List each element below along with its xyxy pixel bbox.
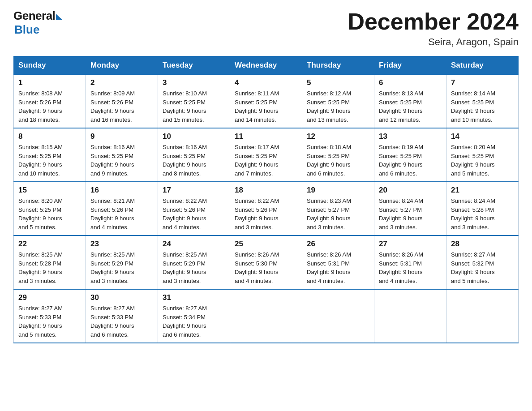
calendar-cell — [374, 289, 446, 343]
day-number: 31 — [163, 293, 225, 302]
day-info: Sunrise: 8:26 AM Sunset: 5:30 PM Dayligh… — [235, 250, 297, 285]
day-info: Sunrise: 8:24 AM Sunset: 5:28 PM Dayligh… — [451, 197, 514, 231]
day-number: 20 — [379, 186, 442, 195]
day-info: Sunrise: 8:17 AM Sunset: 5:25 PM Dayligh… — [235, 143, 297, 178]
col-wednesday: Wednesday — [230, 56, 302, 75]
calendar-cell: 26 Sunrise: 8:26 AM Sunset: 5:31 PM Dayl… — [302, 235, 374, 289]
calendar-cell — [302, 289, 374, 343]
day-info: Sunrise: 8:24 AM Sunset: 5:27 PM Dayligh… — [379, 197, 442, 231]
day-info: Sunrise: 8:08 AM Sunset: 5:26 PM Dayligh… — [18, 89, 81, 124]
calendar-cell: 31 Sunrise: 8:27 AM Sunset: 5:34 PM Dayl… — [158, 289, 230, 343]
logo: General Blue — [13, 9, 62, 37]
day-number: 27 — [379, 240, 442, 248]
day-number: 30 — [90, 293, 153, 302]
calendar-cell: 25 Sunrise: 8:26 AM Sunset: 5:30 PM Dayl… — [230, 235, 302, 289]
calendar-header-row: Sunday Monday Tuesday Wednesday Thursday… — [14, 56, 519, 75]
day-number: 28 — [451, 240, 514, 248]
day-info: Sunrise: 8:26 AM Sunset: 5:31 PM Dayligh… — [307, 250, 369, 285]
calendar-week-row-1: 1 Sunrise: 8:08 AM Sunset: 5:26 PM Dayli… — [14, 75, 519, 128]
day-number: 9 — [90, 132, 153, 141]
day-number: 14 — [451, 132, 514, 141]
day-info: Sunrise: 8:20 AM Sunset: 5:25 PM Dayligh… — [18, 197, 81, 231]
calendar-cell: 4 Sunrise: 8:11 AM Sunset: 5:25 PM Dayli… — [230, 75, 302, 128]
day-info: Sunrise: 8:12 AM Sunset: 5:25 PM Dayligh… — [307, 89, 369, 124]
day-info: Sunrise: 8:16 AM Sunset: 5:25 PM Dayligh… — [90, 143, 153, 178]
calendar-cell: 20 Sunrise: 8:24 AM Sunset: 5:27 PM Dayl… — [374, 182, 446, 235]
calendar-cell: 11 Sunrise: 8:17 AM Sunset: 5:25 PM Dayl… — [230, 128, 302, 182]
day-info: Sunrise: 8:14 AM Sunset: 5:25 PM Dayligh… — [451, 89, 514, 124]
day-info: Sunrise: 8:09 AM Sunset: 5:26 PM Dayligh… — [90, 89, 153, 124]
calendar-week-row-2: 8 Sunrise: 8:15 AM Sunset: 5:25 PM Dayli… — [14, 128, 519, 182]
day-number: 16 — [90, 186, 153, 195]
calendar-cell: 7 Sunrise: 8:14 AM Sunset: 5:25 PM Dayli… — [446, 75, 519, 128]
calendar-cell: 10 Sunrise: 8:16 AM Sunset: 5:25 PM Dayl… — [158, 128, 230, 182]
day-number: 22 — [18, 240, 81, 248]
day-number: 19 — [307, 186, 369, 195]
day-info: Sunrise: 8:26 AM Sunset: 5:31 PM Dayligh… — [379, 250, 442, 285]
calendar-cell: 30 Sunrise: 8:27 AM Sunset: 5:33 PM Dayl… — [86, 289, 158, 343]
day-number: 1 — [18, 78, 81, 87]
day-number: 8 — [18, 132, 81, 141]
calendar-cell: 14 Sunrise: 8:20 AM Sunset: 5:25 PM Dayl… — [446, 128, 519, 182]
day-info: Sunrise: 8:19 AM Sunset: 5:25 PM Dayligh… — [379, 143, 442, 178]
day-number: 21 — [451, 186, 514, 195]
day-number: 17 — [163, 186, 225, 195]
calendar-cell: 23 Sunrise: 8:25 AM Sunset: 5:29 PM Dayl… — [86, 235, 158, 289]
calendar-cell: 2 Sunrise: 8:09 AM Sunset: 5:26 PM Dayli… — [86, 75, 158, 128]
day-number: 3 — [163, 78, 225, 87]
col-saturday: Saturday — [446, 56, 519, 75]
calendar-cell: 8 Sunrise: 8:15 AM Sunset: 5:25 PM Dayli… — [14, 128, 86, 182]
day-number: 10 — [163, 132, 225, 141]
day-number: 7 — [451, 78, 514, 87]
day-info: Sunrise: 8:20 AM Sunset: 5:25 PM Dayligh… — [451, 143, 514, 178]
day-info: Sunrise: 8:27 AM Sunset: 5:34 PM Dayligh… — [163, 304, 225, 339]
day-number: 6 — [379, 78, 442, 87]
col-thursday: Thursday — [302, 56, 374, 75]
calendar-cell: 5 Sunrise: 8:12 AM Sunset: 5:25 PM Dayli… — [302, 75, 374, 128]
logo-general-text: General — [13, 9, 55, 23]
calendar-cell: 18 Sunrise: 8:22 AM Sunset: 5:26 PM Dayl… — [230, 182, 302, 235]
day-number: 12 — [307, 132, 369, 141]
day-info: Sunrise: 8:25 AM Sunset: 5:29 PM Dayligh… — [163, 250, 225, 285]
day-info: Sunrise: 8:21 AM Sunset: 5:26 PM Dayligh… — [90, 197, 153, 231]
location-text: Seira, Aragon, Spain — [348, 36, 519, 48]
day-number: 5 — [307, 78, 369, 87]
page-header: General Blue December 2024 Seira, Aragon… — [13, 9, 519, 48]
calendar-cell: 17 Sunrise: 8:22 AM Sunset: 5:26 PM Dayl… — [158, 182, 230, 235]
day-number: 18 — [235, 186, 297, 195]
day-info: Sunrise: 8:23 AM Sunset: 5:27 PM Dayligh… — [307, 197, 369, 231]
calendar-cell: 1 Sunrise: 8:08 AM Sunset: 5:26 PM Dayli… — [14, 75, 86, 128]
col-sunday: Sunday — [14, 56, 86, 75]
day-info: Sunrise: 8:22 AM Sunset: 5:26 PM Dayligh… — [163, 197, 225, 231]
calendar-week-row-3: 15 Sunrise: 8:20 AM Sunset: 5:25 PM Dayl… — [14, 182, 519, 235]
day-number: 15 — [18, 186, 81, 195]
calendar-cell: 21 Sunrise: 8:24 AM Sunset: 5:28 PM Dayl… — [446, 182, 519, 235]
calendar-table: Sunday Monday Tuesday Wednesday Thursday… — [13, 56, 519, 343]
logo-arrow-icon — [56, 14, 62, 20]
calendar-cell: 13 Sunrise: 8:19 AM Sunset: 5:25 PM Dayl… — [374, 128, 446, 182]
day-info: Sunrise: 8:18 AM Sunset: 5:25 PM Dayligh… — [307, 143, 369, 178]
day-number: 25 — [235, 240, 297, 248]
day-info: Sunrise: 8:13 AM Sunset: 5:25 PM Dayligh… — [379, 89, 442, 124]
day-info: Sunrise: 8:10 AM Sunset: 5:25 PM Dayligh… — [163, 89, 225, 124]
col-tuesday: Tuesday — [158, 56, 230, 75]
day-number: 13 — [379, 132, 442, 141]
calendar-cell: 22 Sunrise: 8:25 AM Sunset: 5:28 PM Dayl… — [14, 235, 86, 289]
title-section: December 2024 Seira, Aragon, Spain — [348, 9, 519, 48]
calendar-cell: 19 Sunrise: 8:23 AM Sunset: 5:27 PM Dayl… — [302, 182, 374, 235]
calendar-week-row-4: 22 Sunrise: 8:25 AM Sunset: 5:28 PM Dayl… — [14, 235, 519, 289]
day-number: 2 — [90, 78, 153, 87]
day-info: Sunrise: 8:27 AM Sunset: 5:33 PM Dayligh… — [90, 304, 153, 339]
calendar-cell: 6 Sunrise: 8:13 AM Sunset: 5:25 PM Dayli… — [374, 75, 446, 128]
day-info: Sunrise: 8:25 AM Sunset: 5:29 PM Dayligh… — [90, 250, 153, 285]
calendar-cell: 3 Sunrise: 8:10 AM Sunset: 5:25 PM Dayli… — [158, 75, 230, 128]
calendar-cell: 28 Sunrise: 8:27 AM Sunset: 5:32 PM Dayl… — [446, 235, 519, 289]
calendar-cell — [230, 289, 302, 343]
day-info: Sunrise: 8:11 AM Sunset: 5:25 PM Dayligh… — [235, 89, 297, 124]
day-number: 24 — [163, 240, 225, 248]
day-info: Sunrise: 8:15 AM Sunset: 5:25 PM Dayligh… — [18, 143, 81, 178]
calendar-cell — [446, 289, 519, 343]
calendar-cell: 29 Sunrise: 8:27 AM Sunset: 5:33 PM Dayl… — [14, 289, 86, 343]
calendar-week-row-5: 29 Sunrise: 8:27 AM Sunset: 5:33 PM Dayl… — [14, 289, 519, 343]
calendar-cell: 27 Sunrise: 8:26 AM Sunset: 5:31 PM Dayl… — [374, 235, 446, 289]
